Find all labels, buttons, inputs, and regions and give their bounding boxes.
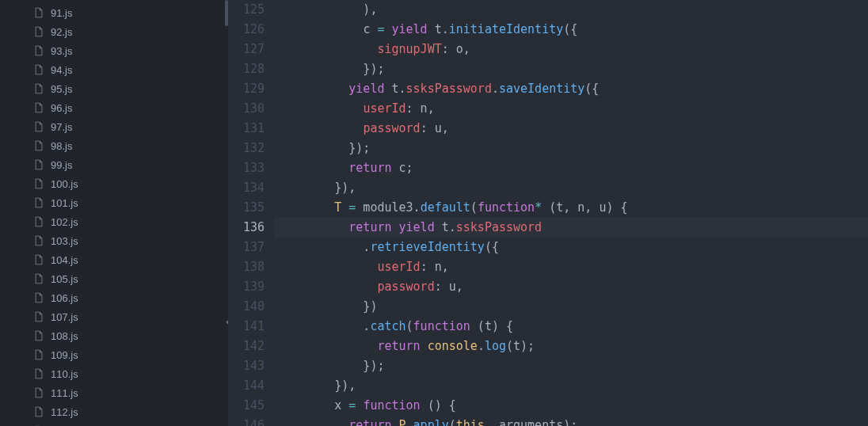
file-tree-item[interactable]: 96.js xyxy=(0,98,228,117)
file-tree-item[interactable]: 110.js xyxy=(0,364,228,383)
file-tree-item[interactable]: 101.js xyxy=(0,193,228,212)
code-token: c; xyxy=(392,161,413,175)
code-line[interactable]: return c; xyxy=(277,158,868,178)
file-name-label: 109.js xyxy=(51,349,78,361)
code-line[interactable]: }); xyxy=(277,356,868,376)
code-line[interactable]: .catch(function (t) { xyxy=(277,317,868,337)
file-tree-item[interactable]: 111.js xyxy=(0,383,228,402)
file-name-label: 95.js xyxy=(51,83,72,95)
code-token xyxy=(421,339,428,353)
code-token: . xyxy=(449,220,456,234)
code-token: : xyxy=(406,101,413,116)
code-token: = xyxy=(348,398,356,413)
code-line[interactable]: }) xyxy=(277,297,868,317)
file-icon xyxy=(33,83,44,94)
file-name-label: 106.js xyxy=(51,292,78,304)
code-token: this xyxy=(456,418,485,426)
code-area[interactable]: ), c = yield t.initiateIdentity({ signup… xyxy=(274,0,868,426)
code-line[interactable]: yield t.ssksPassword.saveIdentity({ xyxy=(277,79,868,99)
code-token: }), xyxy=(277,181,356,195)
code-token: : xyxy=(421,121,428,135)
code-token: ({ xyxy=(485,240,499,254)
code-token: () { xyxy=(421,398,456,413)
code-line[interactable]: }); xyxy=(277,59,868,79)
code-token xyxy=(392,220,399,234)
line-number: 143 xyxy=(228,356,274,376)
file-tree-item[interactable]: 109.js xyxy=(0,345,228,364)
file-tree-item[interactable]: 112.js xyxy=(0,402,228,421)
line-number: 138 xyxy=(228,257,274,277)
code-line[interactable]: }); xyxy=(277,139,868,158)
file-tree-item[interactable]: 94.js xyxy=(0,60,228,79)
code-line[interactable]: signupJWT: o, xyxy=(277,40,868,59)
code-token: return xyxy=(348,161,391,175)
file-tree-item[interactable]: 102.js xyxy=(0,212,228,231)
code-line[interactable]: c = yield t.initiateIdentity({ xyxy=(277,20,868,40)
code-token xyxy=(277,101,363,116)
code-token: password xyxy=(377,280,434,294)
code-editor[interactable]: 1251261271281291301311321331341351361371… xyxy=(228,0,868,426)
file-name-label: 108.js xyxy=(51,330,78,342)
file-icon xyxy=(33,349,44,360)
file-icon xyxy=(33,368,44,379)
file-name-label: 94.js xyxy=(51,64,72,76)
file-name-label: 98.js xyxy=(51,140,72,152)
file-name-label: 103.js xyxy=(51,235,78,247)
line-number: 144 xyxy=(228,376,274,396)
code-token: console xyxy=(428,339,478,353)
file-icon xyxy=(33,406,44,417)
file-tree-item[interactable]: 98.js xyxy=(0,136,228,155)
code-line[interactable]: password: u, xyxy=(277,119,868,139)
code-token: (t, n, u) { xyxy=(542,200,627,215)
code-line[interactable]: ), xyxy=(277,0,868,20)
file-icon xyxy=(33,64,44,75)
file-icon xyxy=(33,387,44,398)
code-line[interactable]: x = function () { xyxy=(277,396,868,416)
file-tree-item[interactable]: 97.js xyxy=(0,117,228,136)
file-icon xyxy=(33,292,44,303)
code-token: }); xyxy=(277,62,384,76)
code-token: yield xyxy=(392,22,428,36)
file-name-label: 101.js xyxy=(51,197,78,209)
code-line[interactable]: return yield t.ssksPassword xyxy=(277,218,868,238)
file-tree-item[interactable]: 95.js xyxy=(0,79,228,98)
code-token xyxy=(277,22,363,36)
code-token xyxy=(428,22,435,36)
code-token: u, xyxy=(428,121,449,135)
file-tree-item[interactable]: 99.js xyxy=(0,155,228,174)
chevron-left-icon xyxy=(224,316,228,329)
code-line[interactable]: userId: n, xyxy=(277,257,868,277)
code-line[interactable]: }), xyxy=(277,376,868,396)
file-icon xyxy=(33,254,44,265)
file-tree-item[interactable]: 107.js xyxy=(0,307,228,326)
code-line[interactable]: return P.apply(this, arguments); xyxy=(277,416,868,426)
code-token: default xyxy=(421,200,470,215)
code-line[interactable]: password: u, xyxy=(277,277,868,297)
file-tree-item[interactable]: 113.js xyxy=(0,421,228,426)
file-tree-item[interactable]: 104.js xyxy=(0,250,228,269)
code-token: function xyxy=(363,398,420,413)
code-line[interactable]: .retrieveIdentity({ xyxy=(277,238,868,257)
code-line[interactable]: return console.log(t); xyxy=(277,337,868,356)
code-token: n, xyxy=(428,260,449,274)
line-number-gutter: 1251261271281291301311321331341351361371… xyxy=(228,0,274,426)
file-tree-item[interactable]: 103.js xyxy=(0,231,228,250)
file-tree: 91.js92.js93.js94.js95.js96.js97.js98.js… xyxy=(0,0,228,426)
code-token: ssksPassword xyxy=(456,220,542,234)
file-tree-item[interactable]: 105.js xyxy=(0,269,228,288)
file-tree-item[interactable]: 106.js xyxy=(0,288,228,307)
file-name-label: 104.js xyxy=(51,254,78,266)
file-tree-item[interactable]: 91.js xyxy=(0,3,228,22)
file-tree-item[interactable]: 100.js xyxy=(0,174,228,193)
code-token: function xyxy=(478,200,535,215)
code-token: return xyxy=(348,220,391,234)
sidebar-collapse-handle[interactable] xyxy=(221,315,228,329)
code-line[interactable]: }), xyxy=(277,178,868,198)
code-token xyxy=(277,200,334,215)
code-line[interactable]: T = module3.default(function* (t, n, u) … xyxy=(277,198,868,218)
file-tree-item[interactable]: 92.js xyxy=(0,22,228,41)
code-line[interactable]: userId: n, xyxy=(277,99,868,119)
file-tree-item[interactable]: 93.js xyxy=(0,41,228,60)
file-tree-item[interactable]: 108.js xyxy=(0,326,228,345)
file-icon xyxy=(33,102,44,113)
